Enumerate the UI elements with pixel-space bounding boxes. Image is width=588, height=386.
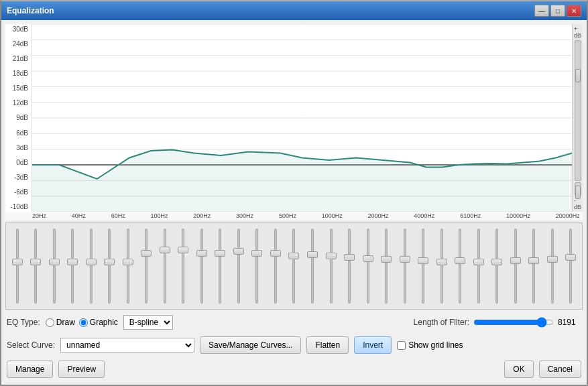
interpolation-select[interactable]: B-splineLinearCubic [123, 315, 173, 330]
x-axis-labels: 20Hz40Hz60Hz100Hz200Hz300Hz500Hz1000Hz20… [5, 212, 583, 220]
scrollbar-track-2[interactable] [575, 182, 581, 196]
slider-thumb[interactable] [123, 259, 133, 265]
save-manage-button[interactable]: Save/Manage Curves... [200, 336, 301, 354]
show-grid-checkbox[interactable] [397, 341, 406, 350]
slider-thumb[interactable] [30, 259, 41, 265]
maximize-button[interactable]: □ [550, 5, 565, 17]
slider-thumb[interactable] [547, 256, 558, 263]
y-axis-label: 18dB [5, 70, 30, 77]
x-axis-label: 500Hz [279, 212, 296, 219]
slider-thumb[interactable] [307, 251, 318, 258]
length-slider[interactable] [473, 317, 554, 328]
slider-track[interactable] [274, 229, 277, 304]
slider-thumb[interactable] [491, 259, 502, 265]
slider-track[interactable] [514, 229, 517, 304]
slider-thumb[interactable] [141, 250, 152, 257]
slider-thumb[interactable] [565, 254, 576, 261]
x-axis-label: 1000Hz [322, 212, 343, 219]
slider-thumb[interactable] [363, 255, 373, 262]
slider-thumb[interactable] [86, 259, 97, 265]
slider-thumb[interactable] [196, 250, 207, 257]
length-group: Length of Filter: 8191 [414, 317, 581, 328]
slider-track[interactable] [127, 229, 129, 304]
slider-thumb[interactable] [436, 259, 447, 265]
slider-thumb[interactable] [12, 259, 23, 265]
slider-track[interactable] [145, 229, 148, 304]
slider-track[interactable] [569, 229, 572, 304]
slider-track[interactable] [367, 229, 369, 304]
graphic-radio-label[interactable]: Graphic [79, 318, 118, 327]
slider-track[interactable] [71, 229, 74, 304]
ok-button[interactable]: OK [504, 361, 533, 378]
slider-track[interactable] [440, 229, 443, 304]
cancel-button[interactable]: Cancel [539, 361, 581, 378]
y-axis-label: 12dB [5, 99, 30, 107]
close-button[interactable]: ✕ [567, 5, 581, 17]
chart-and-scroll: 30dB24dB21dB18dB15dB12dB9dB6dB3dB0dB-3dB… [5, 24, 583, 212]
slider-thumb[interactable] [381, 256, 392, 263]
slider-track[interactable] [164, 229, 166, 304]
right-scrollbar[interactable]: + dB - dB [572, 24, 583, 212]
slider-thumb[interactable] [251, 250, 262, 257]
show-grid-label[interactable]: Show grid lines [397, 340, 463, 350]
graphic-radio[interactable] [79, 318, 88, 327]
slider-col [212, 226, 229, 306]
chart-wrapper: 30dB24dB21dB18dB15dB12dB9dB6dB3dB0dB-3dB… [5, 24, 583, 220]
slider-track[interactable] [385, 229, 388, 304]
slider-thumb[interactable] [400, 256, 410, 263]
manage-button[interactable]: Manage [7, 361, 53, 378]
slider-thumb[interactable] [528, 257, 539, 264]
slider-col [544, 226, 561, 306]
slider-thumb[interactable] [288, 253, 299, 259]
slider-track[interactable] [219, 229, 221, 304]
slider-track[interactable] [200, 229, 203, 304]
slider-track[interactable] [255, 229, 258, 304]
slider-track[interactable] [311, 229, 314, 304]
slider-thumb[interactable] [455, 257, 465, 264]
slider-thumb[interactable] [270, 250, 281, 257]
slider-thumb[interactable] [178, 247, 188, 253]
invert-button[interactable]: Invert [354, 336, 392, 354]
bottom-row: Manage Preview OK Cancel [5, 358, 583, 381]
slider-thumb[interactable] [344, 254, 355, 261]
slider-thumb[interactable] [233, 248, 244, 255]
preview-button[interactable]: Preview [58, 361, 105, 378]
slider-track[interactable] [404, 229, 406, 304]
draw-radio-label[interactable]: Draw [46, 318, 75, 327]
slider-track[interactable] [459, 229, 461, 304]
slider-col [9, 226, 26, 306]
slider-track[interactable] [422, 229, 424, 304]
slider-thumb[interactable] [510, 257, 521, 264]
slider-thumb[interactable] [473, 259, 484, 265]
slider-track[interactable] [53, 229, 56, 304]
slider-track[interactable] [16, 229, 19, 304]
slider-thumb[interactable] [104, 259, 115, 265]
slider-thumb[interactable] [49, 259, 60, 265]
curve-select[interactable]: unnamed [60, 338, 194, 352]
slider-track[interactable] [532, 229, 535, 304]
slider-track[interactable] [182, 229, 184, 304]
slider-track[interactable] [108, 229, 111, 304]
flatten-button[interactable]: Flatten [306, 336, 349, 354]
slider-track[interactable] [330, 229, 333, 304]
slider-track[interactable] [90, 229, 93, 304]
slider-thumb[interactable] [215, 250, 225, 257]
slider-track[interactable] [348, 229, 351, 304]
scrollbar-thumb-2 [575, 186, 581, 199]
draw-radio[interactable] [46, 318, 54, 327]
slider-col [101, 226, 119, 306]
scrollbar-track[interactable] [575, 40, 581, 181]
slider-thumb[interactable] [160, 247, 170, 253]
slider-thumb[interactable] [418, 257, 428, 264]
slider-track[interactable] [292, 229, 295, 304]
chart-area[interactable] [32, 24, 572, 212]
graphic-label: Graphic [90, 318, 118, 327]
slider-track[interactable] [34, 229, 37, 304]
minimize-button[interactable]: — [534, 5, 549, 17]
slider-track[interactable] [551, 229, 554, 304]
slider-track[interactable] [495, 229, 498, 304]
slider-thumb[interactable] [67, 259, 78, 265]
slider-track[interactable] [477, 229, 480, 304]
slider-thumb[interactable] [326, 253, 337, 259]
slider-track[interactable] [237, 229, 240, 304]
